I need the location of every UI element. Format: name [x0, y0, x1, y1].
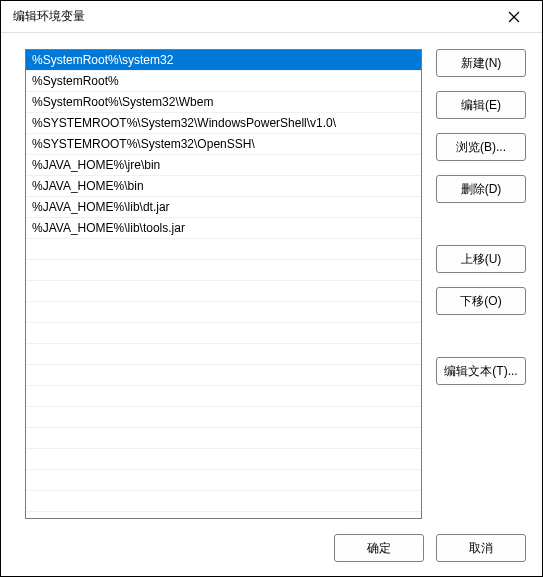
move-up-button[interactable]: 上移(U)	[436, 245, 526, 273]
list-item[interactable]: %SYSTEMROOT%\System32\OpenSSH\	[26, 134, 421, 155]
list-item[interactable]: %JAVA_HOME%\jre\bin	[26, 155, 421, 176]
list-item[interactable]: %JAVA_HOME%\lib\tools.jar	[26, 218, 421, 239]
list-item[interactable]	[26, 302, 421, 323]
move-down-button[interactable]: 下移(O)	[436, 287, 526, 315]
browse-button[interactable]: 浏览(B)...	[436, 133, 526, 161]
list-item[interactable]	[26, 428, 421, 449]
list-item[interactable]	[26, 449, 421, 470]
new-button[interactable]: 新建(N)	[436, 49, 526, 77]
cancel-button[interactable]: 取消	[436, 534, 526, 562]
list-item[interactable]	[26, 260, 421, 281]
titlebar: 编辑环境变量	[1, 1, 542, 33]
path-listbox[interactable]: %SystemRoot%\system32%SystemRoot%%System…	[25, 49, 422, 519]
window-title: 编辑环境变量	[13, 8, 494, 25]
list-item[interactable]: %JAVA_HOME%\bin	[26, 176, 421, 197]
list-item[interactable]	[26, 386, 421, 407]
close-button[interactable]	[494, 1, 534, 32]
list-item[interactable]: %SYSTEMROOT%\System32\WindowsPowerShell\…	[26, 113, 421, 134]
list-item[interactable]	[26, 491, 421, 512]
edit-text-button[interactable]: 编辑文本(T)...	[436, 357, 526, 385]
list-item[interactable]	[26, 365, 421, 386]
list-item[interactable]	[26, 344, 421, 365]
list-item[interactable]	[26, 239, 421, 260]
delete-button[interactable]: 删除(D)	[436, 175, 526, 203]
list-item[interactable]	[26, 281, 421, 302]
list-item[interactable]: %JAVA_HOME%\lib\dt.jar	[26, 197, 421, 218]
list-item[interactable]	[26, 407, 421, 428]
list-item[interactable]	[26, 470, 421, 491]
list-item[interactable]: %SystemRoot%\system32	[26, 50, 421, 71]
edit-button[interactable]: 编辑(E)	[436, 91, 526, 119]
close-icon	[508, 11, 520, 23]
side-button-column: 新建(N) 编辑(E) 浏览(B)... 删除(D) 上移(U) 下移(O) 编…	[436, 49, 526, 520]
list-item[interactable]: %SystemRoot%\System32\Wbem	[26, 92, 421, 113]
ok-button[interactable]: 确定	[334, 534, 424, 562]
dialog-footer: 确定 取消	[1, 520, 542, 576]
list-item[interactable]: %SystemRoot%	[26, 71, 421, 92]
dialog-content: %SystemRoot%\system32%SystemRoot%%System…	[1, 33, 542, 520]
list-item[interactable]	[26, 323, 421, 344]
